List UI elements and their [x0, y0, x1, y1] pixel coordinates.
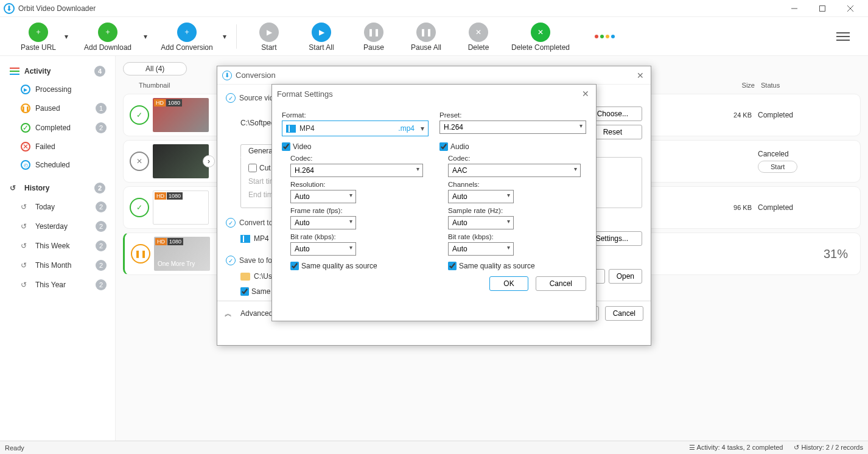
sidebar-today[interactable]: ↺Today2	[5, 197, 110, 217]
thumbnail	[153, 144, 209, 178]
history-icon: ↺	[21, 281, 30, 289]
sidebar-this-year[interactable]: ↺This Year2	[5, 275, 110, 295]
close-icon[interactable]: ✕	[580, 89, 591, 99]
x-icon: ✕	[21, 142, 30, 152]
ok-button[interactable]: OK	[489, 276, 528, 291]
open-button[interactable]: Open	[609, 269, 642, 284]
main-toolbar: ＋ Paste URL ▾ ＋ Add Download ▾ ＋ Add Con…	[0, 17, 868, 56]
audio-same-quality-checkbox[interactable]: Same quality as source	[448, 262, 535, 270]
close-button[interactable]	[836, 0, 864, 17]
minimize-button[interactable]	[780, 0, 808, 17]
pause-icon: ❚❚	[416, 23, 436, 42]
dialog-title: Conversion	[236, 71, 276, 80]
status-history: ↺ History: 2 / 2 records	[794, 444, 863, 452]
sidebar-processing[interactable]: ▸Processing	[5, 80, 110, 99]
sidebar-yesterday[interactable]: ↺Yesterday2	[5, 217, 110, 236]
audio-channels-select[interactable]	[448, 190, 514, 203]
sidebar-history-header[interactable]: ↺ History 2	[5, 179, 110, 197]
folder-icon	[240, 273, 250, 281]
svg-rect-1	[820, 5, 825, 11]
video-resolution-select[interactable]	[290, 190, 356, 203]
x-icon: ✕	[130, 152, 149, 171]
cancel-button[interactable]: Cancel	[605, 306, 643, 321]
audio-sample-select[interactable]	[448, 216, 514, 229]
hamburger-menu-button[interactable]	[830, 26, 856, 47]
paste-url-dropdown[interactable]: ▾	[65, 32, 72, 41]
sidebar-completed[interactable]: ✓Completed2	[5, 118, 110, 138]
sidebar-this-month[interactable]: ↺This Month2	[5, 256, 110, 275]
window-titlebar: ⬇ Orbit Video Downloader	[0, 0, 868, 17]
history-icon: ↺	[21, 203, 30, 211]
paste-url-button[interactable]: ＋ Paste URL	[12, 21, 65, 52]
check-icon: ✓	[130, 105, 149, 125]
delete-button[interactable]: ✕ Delete	[452, 21, 505, 52]
pause-button[interactable]: ❚❚ Pause	[348, 21, 400, 52]
film-icon	[286, 125, 296, 133]
history-icon: ↺	[21, 261, 30, 270]
format-select[interactable]: MP4 .mp4 ▾	[282, 120, 429, 136]
pause-icon: ❚❚	[21, 103, 30, 113]
add-download-button[interactable]: ＋ Add Download	[72, 21, 144, 52]
pause-all-button[interactable]: ❚❚ Pause All	[400, 21, 452, 52]
activity-count-badge: 4	[94, 66, 105, 77]
video-checkbox[interactable]: Video	[282, 142, 311, 151]
plus-icon: ＋	[98, 23, 117, 42]
check-icon: ✓	[21, 123, 30, 133]
pause-icon: ❚❚	[131, 244, 150, 264]
app-icon: ⬇	[4, 3, 15, 14]
status-bar: Ready ☰ Activity: 4 tasks, 2 completed ↺…	[0, 441, 868, 454]
video-fps-select[interactable]	[290, 216, 356, 229]
preset-select[interactable]	[439, 120, 586, 134]
video-bitrate-select[interactable]	[290, 242, 356, 256]
row-start-button[interactable]: Start	[758, 161, 797, 173]
history-icon: ↺	[21, 242, 30, 250]
audio-checkbox[interactable]: Audio	[439, 142, 469, 151]
pause-icon: ❚❚	[364, 23, 383, 42]
plus-icon: ＋	[29, 23, 48, 42]
expand-chevron-button[interactable]: ›	[203, 155, 215, 167]
status-activity: ☰ Activity: 4 tasks, 2 completed	[689, 444, 783, 452]
sidebar-paused[interactable]: ❚❚Paused1	[5, 99, 110, 118]
start-button[interactable]: ▶ Start	[243, 21, 295, 52]
play-icon: ▸	[21, 85, 30, 94]
thumbnail: HD1080	[153, 190, 209, 225]
sidebar: Activity 4 ▸Processing ❚❚Paused1 ✓Comple…	[0, 56, 116, 441]
sidebar-activity-header[interactable]: Activity 4	[5, 62, 110, 80]
section-icon: ✓	[226, 256, 236, 265]
add-conversion-button[interactable]: ＋ Add Conversion	[151, 21, 223, 52]
thumbnail: HD1080One More Try	[154, 237, 210, 271]
source-path: C:\Softpedi	[226, 119, 276, 127]
window-title: Orbit Video Downloader	[18, 4, 96, 13]
film-icon	[240, 235, 250, 243]
sidebar-this-week[interactable]: ↺This Week2	[5, 236, 110, 256]
chevron-down-icon: ▾	[421, 124, 424, 133]
sidebar-scheduled[interactable]: ◴Scheduled	[5, 156, 110, 174]
play-icon: ▶	[259, 23, 279, 42]
collapse-chevron-icon[interactable]: ︽	[225, 309, 232, 319]
section-icon: ✓	[226, 218, 236, 228]
video-codec-select[interactable]	[290, 164, 423, 177]
start-all-button[interactable]: ▶ Start All	[295, 21, 348, 52]
history-icon: ↺	[10, 184, 19, 192]
maximize-button[interactable]	[808, 0, 836, 17]
audio-bitrate-select[interactable]	[448, 242, 514, 256]
sidebar-failed[interactable]: ✕Failed	[5, 138, 110, 156]
cancel-button[interactable]: Cancel	[536, 276, 586, 291]
x-icon: ✕	[531, 23, 550, 42]
toolbar-separator	[236, 24, 237, 49]
add-conversion-dropdown[interactable]: ▾	[223, 32, 230, 41]
check-icon: ✓	[130, 198, 149, 217]
delete-completed-button[interactable]: ✕ Delete Completed	[505, 21, 576, 52]
audio-codec-select[interactable]	[448, 164, 581, 177]
format-settings-dialog: Format Settings ✕ Format: MP4 .mp4 ▾ Pre…	[271, 84, 597, 321]
add-download-dropdown[interactable]: ▾	[144, 32, 151, 41]
color-dots-icon[interactable]	[595, 35, 615, 38]
video-same-quality-checkbox[interactable]: Same quality as source	[290, 262, 377, 270]
close-icon[interactable]: ✕	[635, 71, 646, 80]
progress-percent: 31%	[824, 247, 848, 261]
x-icon: ✕	[469, 23, 488, 42]
history-icon: ↺	[21, 222, 30, 231]
section-icon: ✓	[226, 93, 236, 103]
thumbnail: HD1080	[153, 98, 209, 132]
tab-all[interactable]: All (4)	[123, 62, 187, 75]
